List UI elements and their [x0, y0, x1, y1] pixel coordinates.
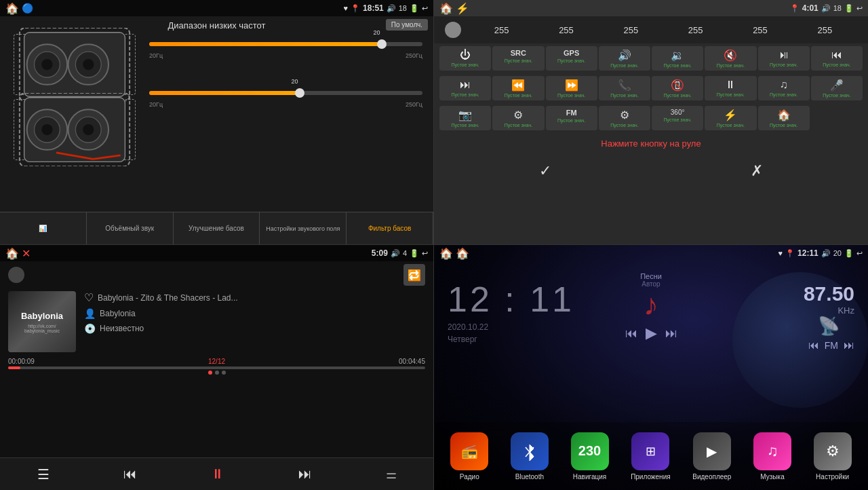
slider-labels-2: 20Гц 250Гц — [149, 101, 422, 108]
status-bar-tr: 🏠 ⚡ 📍 4:01 🔊 18 🔋 ↩ — [434, 0, 868, 16]
btn-360[interactable]: 360° Пустое знач. — [652, 106, 703, 130]
btn-camera[interactable]: 📷 Пустое знач. — [439, 106, 491, 130]
btn-mute[interactable]: 🔇 Пустое знач. — [705, 46, 756, 71]
dot-2 — [215, 371, 219, 375]
signal-icon-tl: ♥ — [344, 4, 349, 12]
radio-unit: KHz — [804, 305, 854, 316]
back-btn-br[interactable]: ↩ — [856, 249, 863, 258]
prev-button[interactable]: ⏮ — [113, 461, 148, 487]
btn-vol-up[interactable]: 🔊 Пустое знач. — [599, 46, 650, 71]
home-prev-btn[interactable]: ⏮ — [625, 326, 637, 341]
btn-music2[interactable]: ♫ Пустое знач. — [758, 76, 810, 100]
cancel-button[interactable]: ✗ — [740, 159, 774, 183]
confirm-button[interactable]: ✓ — [528, 159, 562, 183]
svg-point-3 — [41, 59, 52, 70]
btn-settings2[interactable]: ⚙ Пустое знач. — [492, 106, 544, 130]
battery-br: 20 — [833, 249, 842, 257]
btn-mic[interactable]: 🎤 Пустое знач. — [811, 76, 863, 100]
progress-bar[interactable] — [8, 366, 425, 369]
progress-time-row: 00:00:09 12/12 00:04:45 — [8, 358, 425, 365]
btn-vol-down[interactable]: 🔉 Пустое знач. — [652, 46, 703, 71]
dock-radio[interactable]: 📻 Радио — [450, 432, 488, 480]
btn-power[interactable]: ⏻ Пустое знач. — [439, 46, 491, 71]
btn-gps[interactable]: GPS Пустое знач. — [546, 46, 597, 71]
close-icon-bl[interactable]: ✕ — [22, 247, 31, 260]
track-info: ♡ Babylonia - Zito & The Shacers - Lad..… — [84, 291, 425, 352]
video-app-icon: ▶ — [693, 432, 731, 470]
tab-bass-filter[interactable]: Фильтр басов — [347, 212, 433, 244]
nav-app-icon: 230 — [571, 432, 609, 470]
btn-pause2[interactable]: ⏸ Пустое знач. — [705, 76, 756, 100]
tr-footer: ✓ ✗ — [434, 154, 868, 188]
btn-src[interactable]: SRC Пустое знач. — [492, 46, 544, 71]
volume-icon-tr: 🔊 — [821, 4, 831, 13]
slider-track-1[interactable]: 20 — [149, 37, 422, 51]
home-next-btn[interactable]: ⏭ — [665, 326, 677, 341]
tab-soundfield[interactable]: Настройки звукового поля — [260, 212, 347, 244]
fm-prev-btn[interactable]: ⏮ — [808, 339, 819, 352]
slider-value-1: 20 — [373, 29, 380, 36]
home-date: 2020.10.22 — [448, 322, 574, 332]
btn-rewind[interactable]: ⏪ Пустое знач. — [492, 76, 544, 100]
gps-icon: GPS — [564, 49, 579, 57]
back-btn-bl[interactable]: ↩ — [422, 249, 428, 258]
btn-home2[interactable]: 🏠 Пустое знач. — [758, 106, 810, 130]
back-btn-tr[interactable]: ↩ — [856, 4, 863, 13]
heart-icon[interactable]: ♡ — [84, 291, 94, 304]
play-pause-button[interactable]: ⏸ — [200, 461, 235, 487]
back-btn-tl[interactable]: ↩ — [422, 4, 428, 13]
dock-nav[interactable]: 230 Навигация — [571, 432, 609, 480]
radio-app-icon: 📻 — [450, 432, 488, 470]
vol-down-icon: 🔉 — [671, 49, 684, 62]
btn-phone[interactable]: 📞 Пустое знач. — [599, 76, 650, 100]
pin-icon-br: 📍 — [785, 249, 795, 258]
power-icon: ⏻ — [460, 49, 471, 61]
tab-equalizer[interactable]: 📊 — [0, 212, 87, 244]
settings-app-icon: ⚙ — [814, 432, 852, 470]
home-clock: 12 : 11 2020.10.22 Четверг — [448, 279, 574, 344]
slider-thumb-2[interactable] — [295, 88, 304, 98]
slider-track-2[interactable]: 20 — [149, 86, 422, 100]
fm-next-btn[interactable]: ⏭ — [844, 339, 854, 352]
pin-icon-tr: 📍 — [790, 4, 800, 13]
default-button[interactable]: По умолч. — [386, 19, 428, 31]
home-play-btn[interactable]: ▶ — [646, 324, 657, 342]
btn-play-pause[interactable]: ⏯ Пустое знач. — [758, 46, 810, 71]
btn-fastfwd[interactable]: ⏩ Пустое знач. — [546, 76, 597, 100]
home-icon-tr: 🏠 — [439, 2, 453, 15]
dock-settings[interactable]: ⚙ Настройки — [814, 432, 852, 480]
btn-gear[interactable]: ⚙ Пустое знач. — [599, 106, 650, 130]
btn-bluetooth[interactable]: ⚡ Пустое знач. — [705, 106, 756, 130]
dock-bluetooth[interactable]: Bluetooth — [511, 432, 549, 480]
tab-surround[interactable]: Объёмный звук — [87, 212, 174, 244]
tab-bass-enhance[interactable]: Улучшение басов — [174, 212, 260, 244]
playlist-button[interactable]: ☰ — [26, 461, 60, 488]
dock-video[interactable]: ▶ Видеоплеер — [692, 432, 731, 480]
volume-icon-tl: 🔊 — [387, 4, 396, 13]
dock-music[interactable]: ♫ Музыка — [753, 432, 791, 480]
bluetooth-icon: ⚡ — [724, 109, 737, 121]
btn-end-call[interactable]: 📵 Пустое знач. — [652, 76, 703, 100]
dock-apps[interactable]: ⊞ Приложения — [631, 432, 671, 480]
repeat-button[interactable]: 🔁 — [403, 264, 425, 286]
btn-grid-row1: ⏻ Пустое знач. SRC Пустое знач. GPS Пуст… — [434, 43, 868, 73]
settings2-icon: ⚙ — [513, 109, 523, 121]
btn-skip-fwd[interactable]: ⏭ Пустое знач. — [439, 76, 491, 100]
home-dock: 📻 Радио Bluetooth 230 Навигация — [434, 422, 868, 490]
home-icon-tl: 🏠 — [5, 2, 19, 15]
btn-fm[interactable]: FM Пустое знач. — [546, 106, 597, 130]
app-icon-tl: 🔵 — [22, 3, 33, 14]
btn-skip-back[interactable]: ⏮ Пустое знач. — [811, 46, 863, 71]
home-music-widget: Песни Автор ♪ ⏮ ▶ ⏭ — [625, 272, 677, 342]
src-icon: SRC — [511, 49, 526, 57]
radio-antenna-icon: 📡 — [804, 316, 854, 337]
quadrant-music-player: 🏠 ✕ 5:09 🔊 4 🔋 ↩ 🔁 Babylonia http://vk.c… — [0, 245, 434, 490]
svg-point-14 — [83, 124, 94, 135]
progress-fill — [8, 366, 20, 369]
val-4: 255 — [688, 25, 703, 35]
track-artist-row: 👤 Babylonia — [84, 308, 425, 319]
next-button[interactable]: ⏭ — [288, 461, 323, 487]
slider-thumb-1[interactable] — [377, 39, 387, 49]
dock-bt-label: Bluetooth — [515, 473, 544, 480]
eq-button[interactable]: ⚌ — [375, 461, 408, 487]
